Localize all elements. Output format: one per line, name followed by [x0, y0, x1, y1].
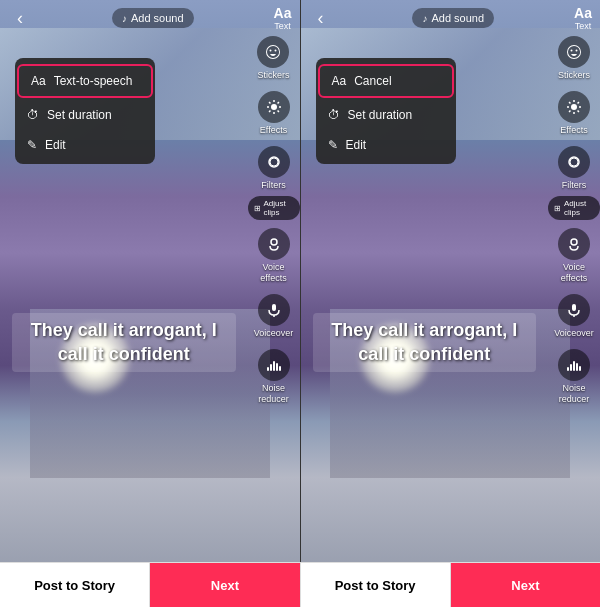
edit-item-right[interactable]: ✎ Edit [316, 130, 456, 160]
panel-left: ‹ ♪ Add sound Aa Text Aa Text-to-speech … [0, 0, 301, 562]
svg-point-13 [575, 50, 577, 52]
text-to-speech-label: Text-to-speech [54, 74, 133, 88]
set-duration-item-right[interactable]: ⏱ Set duration [316, 100, 456, 130]
edit-label-left: Edit [45, 138, 66, 152]
post-to-story-button-right[interactable]: Post to Story [301, 563, 451, 607]
effects-button-right[interactable]: Effects [556, 87, 592, 140]
clock-icon-left: ⏱ [27, 108, 39, 122]
edit-label-right: Edit [346, 138, 367, 152]
adjust-clips-button-left[interactable]: ⊞ Adjust clips [248, 196, 300, 220]
music-icon-left: ♪ [122, 13, 127, 24]
svg-rect-20 [570, 364, 572, 371]
noise-reducer-label-left: Noise reducer [258, 383, 289, 405]
add-sound-label-left: Add sound [131, 12, 184, 24]
bottom-bar-right: Post to Story Next [301, 562, 601, 607]
voice-effects-icon-right [558, 228, 590, 260]
cancel-label: Cancel [354, 74, 391, 88]
noise-reducer-button-left[interactable]: Noise reducer [256, 345, 292, 409]
voiceover-label-left: Voiceover [254, 328, 294, 339]
aa-icon-right: Aa [332, 74, 347, 88]
next-button-left[interactable]: Next [150, 563, 299, 607]
filters-label-left: Filters [261, 180, 286, 191]
svg-rect-22 [576, 363, 578, 371]
svg-rect-19 [567, 367, 569, 371]
noise-reducer-button-right[interactable]: Noise reducer [556, 345, 592, 409]
effects-icon-right [558, 91, 590, 123]
voice-effects-icon-left [258, 228, 290, 260]
back-button-left[interactable]: ‹ [8, 8, 32, 29]
stickers-label-left: Stickers [257, 70, 289, 81]
svg-point-14 [571, 104, 577, 110]
svg-point-4 [271, 239, 277, 245]
svg-point-12 [570, 50, 572, 52]
filters-icon-left [258, 146, 290, 178]
edit-icon-left: ✎ [27, 138, 37, 152]
right-toolbar-right: Stickers Effects Filte [548, 0, 600, 408]
edit-icon-right: ✎ [328, 138, 338, 152]
svg-rect-17 [572, 304, 576, 311]
back-button-right[interactable]: ‹ [309, 8, 333, 29]
noise-reducer-icon-right [558, 349, 590, 381]
svg-rect-8 [270, 364, 272, 371]
edit-item-left[interactable]: ✎ Edit [15, 130, 155, 160]
svg-rect-11 [279, 366, 281, 371]
svg-rect-5 [272, 304, 276, 311]
text-to-speech-item[interactable]: Aa Text-to-speech [17, 64, 153, 98]
voiceover-icon-left [258, 294, 290, 326]
caption-overlay-right: They call it arrogant, I call it confide… [301, 303, 549, 382]
voiceover-label-right: Voiceover [554, 328, 594, 339]
aa-icon-left: Aa [31, 74, 46, 88]
panels-container: ‹ ♪ Add sound Aa Text Aa Text-to-speech … [0, 0, 600, 562]
effects-label-left: Effects [260, 125, 287, 136]
set-duration-label-right: Set duration [348, 108, 413, 122]
post-to-story-button-left[interactable]: Post to Story [0, 563, 150, 607]
voiceover-button-right[interactable]: Voiceover [552, 290, 596, 343]
svg-point-16 [571, 239, 577, 245]
caption-text-right: They call it arrogant, I call it confide… [313, 313, 537, 372]
stickers-icon-left [257, 36, 289, 68]
filters-button-right[interactable]: Filters [556, 142, 592, 195]
set-duration-label-left: Set duration [47, 108, 112, 122]
svg-rect-9 [273, 361, 275, 371]
svg-point-0 [270, 50, 272, 52]
voice-effects-button-left[interactable]: Voice effects [256, 224, 292, 288]
adjust-clips-icon-left: ⊞ [254, 204, 261, 213]
panel-right: ‹ ♪ Add sound Aa Text Aa Cancel ⏱ Set du… [301, 0, 601, 562]
voice-effects-label-left: Voice effects [260, 262, 286, 284]
stickers-icon-right [558, 36, 590, 68]
adjust-clips-button-right[interactable]: ⊞ Adjust clips [548, 196, 600, 220]
context-menu-left: Aa Text-to-speech ⏱ Set duration ✎ Edit [15, 58, 155, 164]
filters-button-left[interactable]: Filters [256, 142, 292, 195]
filters-icon-right [558, 146, 590, 178]
svg-rect-23 [579, 366, 581, 371]
add-sound-label-right: Add sound [431, 12, 484, 24]
music-icon-right: ♪ [422, 13, 427, 24]
filters-label-right: Filters [562, 180, 587, 191]
bottom-bars-row: Post to Story Next Post to Story Next [0, 562, 600, 607]
caption-overlay-left: They call it arrogant, I call it confide… [0, 303, 248, 382]
voiceover-button-left[interactable]: Voiceover [252, 290, 296, 343]
adjust-clips-icon-right: ⊞ [554, 204, 561, 213]
svg-point-1 [275, 50, 277, 52]
voice-effects-label-right: Voice effects [561, 262, 587, 284]
stickers-button-right[interactable]: Stickers [556, 32, 592, 85]
svg-rect-7 [267, 367, 269, 371]
effects-icon-left [258, 91, 290, 123]
voiceover-icon-right [558, 294, 590, 326]
noise-reducer-icon-left [258, 349, 290, 381]
set-duration-item-left[interactable]: ⏱ Set duration [15, 100, 155, 130]
next-button-right[interactable]: Next [451, 563, 600, 607]
stickers-label-right: Stickers [558, 70, 590, 81]
adjust-clips-label-right: Adjust clips [564, 199, 594, 217]
svg-rect-21 [573, 361, 575, 371]
add-sound-button-right[interactable]: ♪ Add sound [412, 8, 494, 28]
bottom-bar-left: Post to Story Next [0, 562, 301, 607]
noise-reducer-label-right: Noise reducer [559, 383, 590, 405]
svg-rect-10 [276, 363, 278, 371]
effects-button-left[interactable]: Effects [256, 87, 292, 140]
stickers-button-left[interactable]: Stickers [255, 32, 291, 85]
voice-effects-button-right[interactable]: Voice effects [556, 224, 592, 288]
clock-icon-right: ⏱ [328, 108, 340, 122]
add-sound-button-left[interactable]: ♪ Add sound [112, 8, 194, 28]
cancel-item[interactable]: Aa Cancel [318, 64, 454, 98]
